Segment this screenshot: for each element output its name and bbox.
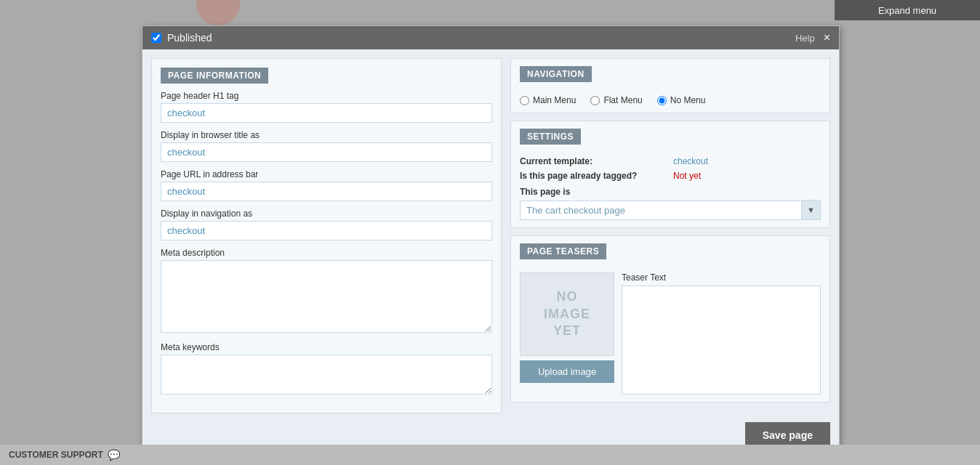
- page-url-input[interactable]: [161, 182, 492, 201]
- teaser-textarea[interactable]: [622, 286, 821, 395]
- meta-desc-group: Meta description: [161, 248, 492, 335]
- chat-icon: 💬: [108, 449, 120, 461]
- expand-menu-label: Expand menu: [878, 5, 936, 16]
- settings-header: SETTINGS: [520, 129, 581, 145]
- published-checkbox[interactable]: [151, 33, 161, 43]
- meta-desc-label: Meta description: [161, 248, 492, 258]
- meta-keywords-textarea[interactable]: [161, 355, 492, 395]
- teaser-image-area: NO IMAGE YET Upload image: [520, 272, 614, 395]
- expand-menu-bar[interactable]: Expand menu: [835, 0, 980, 20]
- teasers-panel: PAGE TEASERS NO IMAGE YET Upload image: [510, 235, 830, 403]
- page-info-dialog: Published Help × PAGE INFORMATION Page h…: [142, 25, 840, 456]
- titlebar-left: Published: [151, 32, 212, 44]
- nav-flat-label: Flat Menu: [603, 95, 642, 105]
- current-template-value: checkout: [673, 156, 821, 166]
- page-url-label: Page URL in address bar: [161, 169, 492, 179]
- meta-desc-textarea[interactable]: [161, 260, 492, 333]
- right-column: NAVIGATION Main Menu Flat Menu No Menu: [510, 58, 830, 413]
- this-page-is-label: This page is: [520, 187, 821, 197]
- this-page-select[interactable]: The cart checkout page: [520, 201, 802, 220]
- meta-keywords-group: Meta keywords: [161, 342, 492, 397]
- dialog-titlebar: Published Help ×: [142, 26, 839, 49]
- tagged-value: Not yet: [673, 171, 821, 181]
- upload-image-button[interactable]: Upload image: [520, 360, 614, 383]
- left-column: PAGE INFORMATION Page header H1 tag Disp…: [151, 58, 502, 413]
- no-image-text: NO IMAGE YET: [544, 288, 590, 339]
- navigation-header: NAVIGATION: [520, 66, 592, 82]
- nav-radio-main[interactable]: [520, 96, 529, 105]
- h1tag-label: Page header H1 tag: [161, 91, 492, 101]
- browser-title-label: Display in browser title as: [161, 130, 492, 140]
- h1tag-group: Page header H1 tag: [161, 91, 492, 123]
- h1tag-input[interactable]: [161, 103, 492, 123]
- tagged-label: Is this page already tagged?: [520, 171, 667, 181]
- teaser-text-label: Teaser Text: [622, 272, 821, 283]
- customer-support-bar: CUSTOMER SUPPORT 💬: [0, 445, 980, 465]
- no-image-box: NO IMAGE YET: [520, 272, 614, 356]
- nav-option-flat[interactable]: Flat Menu: [590, 95, 642, 105]
- page-url-group: Page URL in address bar: [161, 169, 492, 201]
- current-template-label: Current template:: [520, 156, 667, 166]
- customer-support-label: CUSTOMER SUPPORT: [9, 450, 103, 460]
- nav-display-label: Display in navigation as: [161, 209, 492, 219]
- nav-none-label: No Menu: [670, 95, 706, 105]
- nav-radio-none[interactable]: [657, 96, 667, 105]
- select-arrow-button[interactable]: ▼: [802, 200, 821, 220]
- navigation-panel: NAVIGATION Main Menu Flat Menu No Menu: [510, 58, 830, 113]
- settings-panel: SETTINGS Current template: checkout Is t…: [510, 121, 830, 228]
- nav-display-input[interactable]: [161, 221, 492, 240]
- nav-option-main[interactable]: Main Menu: [520, 95, 576, 105]
- help-link[interactable]: Help: [795, 33, 815, 44]
- nav-option-none[interactable]: No Menu: [657, 95, 706, 105]
- meta-keywords-label: Meta keywords: [161, 342, 492, 352]
- teaser-text-area: Teaser Text: [622, 272, 821, 395]
- browser-title-group: Display in browser title as: [161, 130, 492, 162]
- nav-radio-flat[interactable]: [590, 96, 600, 105]
- nav-main-label: Main Menu: [533, 95, 576, 105]
- teasers-header: PAGE TEASERS: [520, 243, 606, 259]
- close-button[interactable]: ×: [824, 32, 830, 44]
- this-page-select-wrapper: The cart checkout page ▼: [520, 200, 821, 220]
- page-info-header: PAGE INFORMATION: [161, 68, 268, 84]
- dialog-body: PAGE INFORMATION Page header H1 tag Disp…: [142, 49, 839, 422]
- avatar-hint: [196, 0, 240, 25]
- this-page-is-row: This page is The cart checkout page ▼: [520, 187, 821, 220]
- teasers-content: NO IMAGE YET Upload image Teaser Text: [520, 272, 821, 395]
- browser-title-input[interactable]: [161, 142, 492, 162]
- nav-options: Main Menu Flat Menu No Menu: [520, 95, 821, 105]
- nav-display-group: Display in navigation as: [161, 209, 492, 240]
- settings-grid: Current template: checkout Is this page …: [520, 156, 821, 181]
- titlebar-right: Help ×: [795, 32, 830, 44]
- published-label: Published: [167, 32, 212, 44]
